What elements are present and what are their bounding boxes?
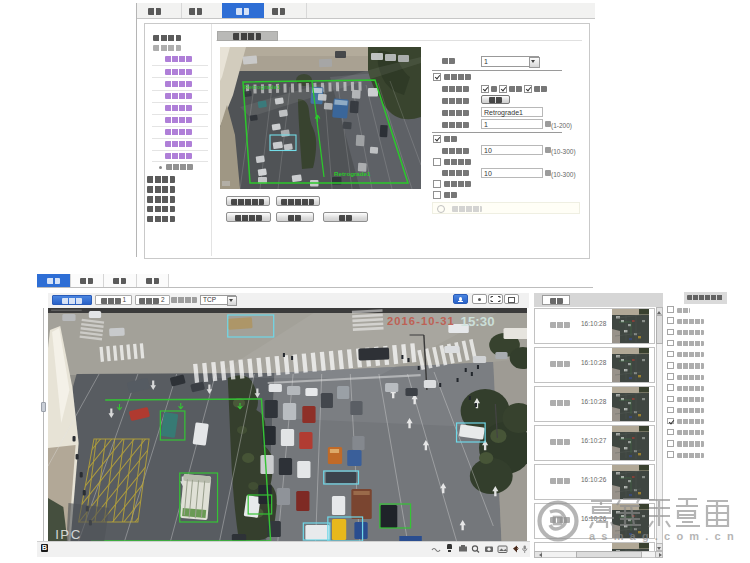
svg-text:Retrograde1: Retrograde1 xyxy=(244,83,281,90)
svg-text:2016-10-31: 2016-10-31 xyxy=(387,315,455,327)
svg-text:15:30: 15:30 xyxy=(461,314,495,329)
svg-text:IPC: IPC xyxy=(55,527,82,541)
svg-text:Retrograde1: Retrograde1 xyxy=(334,169,371,176)
svg-text:asmag.com.cn: asmag.com.cn xyxy=(589,530,740,542)
